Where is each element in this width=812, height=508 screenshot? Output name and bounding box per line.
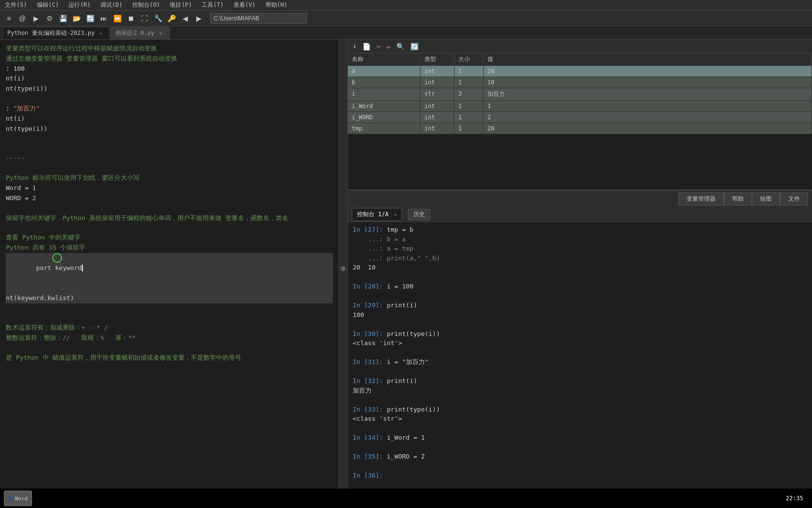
console-line: 100 xyxy=(353,310,807,320)
console-line xyxy=(353,348,807,358)
editor-line-2: 通过左侧变量管理器 变量管理器 窗口可以看到系统自动变换 xyxy=(6,54,333,64)
btn-file[interactable]: 文件 xyxy=(780,192,808,206)
console-line: 20 10 xyxy=(353,263,807,272)
tab-main-close[interactable]: ✕ xyxy=(97,30,104,37)
menu-run[interactable]: 运行(R) xyxy=(66,0,93,10)
var-cell-value: 1 xyxy=(484,101,812,111)
editor-line-25 xyxy=(6,313,333,323)
right-panel: ⬇ 📄 ✂ ✏ 🔍 🔄 名称 类型 大小 值 a int 1 20 b int … xyxy=(348,40,812,496)
taskbar-word[interactable]: W Word xyxy=(4,491,32,506)
tab-secondary-file[interactable]: 粉刷匠2.0.py ✕ xyxy=(110,27,169,39)
col-type: 类型 xyxy=(421,53,454,65)
tab-main-label: Python 量化编程基础-2023.py xyxy=(7,29,94,37)
taskbar-word-label: Word xyxy=(15,495,28,502)
toolbar-wrench-icon[interactable]: 🔧 xyxy=(152,13,164,24)
editor-line-18: 保留字也叫关键字，Python 系统保留用于编程的核心单词，用户不能用来做 变量… xyxy=(6,213,333,223)
path-input[interactable] xyxy=(210,13,307,24)
taskbar-word-icon: W xyxy=(8,494,13,503)
console-line: ...: a = tmp xyxy=(353,244,807,254)
var-row-i_Word[interactable]: i_Word int 1 1 xyxy=(348,101,812,112)
tab-secondary-close[interactable]: ✕ xyxy=(157,30,164,37)
menu-view[interactable]: 查看(V) xyxy=(232,0,258,10)
toolbar-forward-icon[interactable]: ▶ xyxy=(193,13,204,24)
variable-explorer: ⬇ 📄 ✂ ✏ 🔍 🔄 名称 类型 大小 值 a int 1 20 b int … xyxy=(348,40,812,190)
editor-line-21: Python 共有 35 个保留字 xyxy=(6,243,333,253)
editor-line-12: ----- xyxy=(6,153,333,163)
console-line xyxy=(353,461,807,471)
var-row-a[interactable]: a int 1 20 xyxy=(348,66,812,77)
menu-help[interactable]: 帮助(H) xyxy=(264,0,290,10)
var-cell-name: i xyxy=(348,88,421,100)
var-cell-size: 1 xyxy=(454,112,484,123)
toolbar-stop-icon[interactable]: ⏹ xyxy=(125,13,137,24)
var-file-icon[interactable]: 📄 xyxy=(361,42,372,51)
var-search-icon[interactable]: 🔍 xyxy=(395,42,406,51)
var-row-tmp[interactable]: tmp int 1 20 xyxy=(348,123,812,134)
var-cell-size: 1 xyxy=(454,77,484,88)
toolbar-step2-icon[interactable]: ⏩ xyxy=(111,13,123,24)
toolbar-reload-icon[interactable]: 🔄 xyxy=(84,13,96,24)
var-cell-name: i_WORD xyxy=(348,112,421,123)
var-table-body: a int 1 20 b int 1 10 i str 3 加百力 i_Word… xyxy=(348,66,812,190)
toolbar-save-icon[interactable]: 💾 xyxy=(57,13,69,24)
menu-project[interactable]: 项目(P) xyxy=(168,0,194,10)
var-row-i[interactable]: i str 3 加百力 xyxy=(348,88,812,101)
var-cell-name: a xyxy=(348,66,421,77)
drag-handle[interactable]: ⊕ xyxy=(339,40,348,496)
var-download-icon[interactable]: ⬇ xyxy=(352,42,358,51)
console-line xyxy=(353,367,807,377)
editor-line-24 xyxy=(6,303,333,313)
console-line: In [28]: i = 100 xyxy=(353,282,807,291)
editor-line-17 xyxy=(6,204,333,213)
var-scissors-icon[interactable]: ✂ xyxy=(375,42,381,51)
bottom-area: 控制台 1/A ✕ 历史 In [27]: tmp = b ...: b = a… xyxy=(348,207,812,496)
var-cell-type: int xyxy=(421,112,454,123)
toolbar-back-icon[interactable]: ◀ xyxy=(179,13,191,24)
editor-line-23: nt(keyword.kwlist) xyxy=(6,293,333,303)
history-btn[interactable]: 历史 xyxy=(408,209,430,220)
toolbar-debug-icon[interactable]: ⚙ xyxy=(44,13,55,24)
editor-panel[interactable]: 变量类型可以在程序运行过程中根据赋值情况自动变换 通过左侧变量管理器 变量管理器… xyxy=(0,40,339,496)
btn-plot[interactable]: 绘图 xyxy=(752,192,780,206)
var-row-b[interactable]: b int 1 10 xyxy=(348,77,812,88)
menu-edit[interactable]: 编辑(C) xyxy=(35,0,61,10)
toolbar-list-icon[interactable]: ≡ xyxy=(3,13,15,24)
var-bottom-buttons: 变量管理器 帮助 绘图 文件 xyxy=(348,190,812,207)
console-tab-1[interactable]: 控制台 1/A ✕ xyxy=(352,208,402,221)
btn-var-manager[interactable]: 变量管理器 xyxy=(678,192,724,206)
var-refresh-icon[interactable]: 🔄 xyxy=(409,42,420,51)
editor-line-29: 是 Python 中 赋值运算符，用于给变量赋初始值或者修改变量，不是数学中的等… xyxy=(6,353,333,363)
editor-line-28 xyxy=(6,343,333,353)
menu-debug[interactable]: 调试(D) xyxy=(98,0,125,10)
col-name: 名称 xyxy=(348,53,421,65)
btn-help[interactable]: 帮助 xyxy=(724,192,752,206)
var-pencil-icon[interactable]: ✏ xyxy=(386,42,391,51)
toolbar-open-icon[interactable]: 📂 xyxy=(71,13,82,24)
toolbar-key-icon[interactable]: 🔑 xyxy=(166,13,177,24)
console-line: ...: print(a," ",b) xyxy=(353,254,807,263)
editor-line-1: 变量类型可以在程序运行过程中根据赋值情况自动变换 xyxy=(6,44,333,54)
console-line: In [35]: i_WORD = 2 xyxy=(353,452,807,461)
console-line: In [30]: print(type(i)) xyxy=(353,329,807,339)
editor-line-16: WORD = 2 xyxy=(6,193,333,204)
toolbar-step-icon[interactable]: ⏭ xyxy=(98,13,109,24)
console-line: In [34]: i_Word = 1 xyxy=(353,433,807,443)
menu-console[interactable]: 控制台(O) xyxy=(130,0,162,10)
var-cell-value: 20 xyxy=(484,66,812,77)
toolbar-expand-icon[interactable]: ⛶ xyxy=(139,13,150,24)
var-cell-size: 1 xyxy=(454,123,484,134)
menu-tools[interactable]: 工具(T) xyxy=(200,0,226,10)
console-line: ...: b = a xyxy=(353,235,807,244)
toolbar-run-icon[interactable]: ▶ xyxy=(30,13,42,24)
menu-file[interactable]: 文件(S) xyxy=(3,0,29,10)
var-cell-type: int xyxy=(421,123,454,134)
toolbar-at-icon[interactable]: @ xyxy=(16,13,28,24)
var-row-i_WORD[interactable]: i_WORD int 1 2 xyxy=(348,112,812,123)
tab-main-file[interactable]: Python 量化编程基础-2023.py ✕ xyxy=(2,27,109,39)
col-value: 值 xyxy=(484,53,812,65)
var-cell-size: 1 xyxy=(454,101,484,111)
var-cell-value: 20 xyxy=(484,123,812,134)
var-cell-value: 10 xyxy=(484,77,812,88)
var-cell-type: int xyxy=(421,77,454,88)
console-tab-close[interactable]: ✕ xyxy=(394,212,397,217)
